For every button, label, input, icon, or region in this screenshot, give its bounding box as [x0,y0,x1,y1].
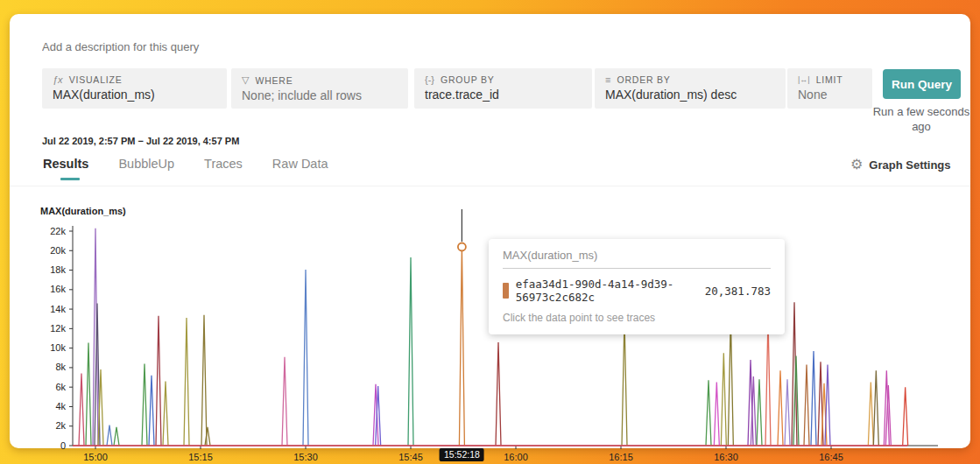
svg-text:18k: 18k [50,264,66,275]
svg-text:2k: 2k [55,420,66,431]
limit-box[interactable]: |↔| LIMIT None [787,68,872,109]
group-by-label: GROUP BY [441,74,495,85]
where-label: WHERE [255,75,293,86]
fx-icon: ƒx [53,74,63,85]
tab-raw-data[interactable]: Raw Data [272,157,328,178]
svg-text:0: 0 [60,440,66,451]
order-by-value: MAX(duration_ms) desc [605,88,775,102]
svg-text:15:00: 15:00 [83,452,108,462]
active-tab-underline [60,178,80,180]
where-value: None; include all rows [242,88,398,102]
results-tabs: Results BubbleUp Traces Raw Data [43,157,328,178]
run-query-button[interactable]: Run Query [883,69,961,99]
svg-text:16:30: 16:30 [714,452,738,462]
svg-text:16k: 16k [50,284,66,294]
tabs-divider [10,186,970,186]
svg-text:15:15: 15:15 [188,452,213,462]
group-by-value: trace.trace_id [425,88,582,102]
tab-bubbleup[interactable]: BubbleUp [118,157,174,178]
graph-settings-label: Graph Settings [869,158,950,172]
filter-funnel-icon: ▽ [242,74,249,86]
svg-text:15:45: 15:45 [398,452,423,462]
svg-text:6k: 6k [55,382,66,392]
visualize-value: MAX(duration_ms) [53,88,216,102]
visualize-label: VISUALIZE [69,74,123,85]
svg-text:10k: 10k [50,342,66,353]
order-by-box[interactable]: ≡ ORDER BY MAX(duration_ms) desc [595,68,786,109]
tooltip-value: 20,381.783 [705,285,771,298]
limit-value: None [798,88,862,102]
svg-text:16:15: 16:15 [609,452,633,462]
datapoint-tooltip: MAX(duration_ms) efaa34d1-990d-4a14-9d39… [489,239,785,334]
time-range-label[interactable]: Jul 22 2019, 2:57 PM − Jul 22 2019, 4:57… [42,136,239,146]
last-run-status: Run a few seconds ago [869,105,974,135]
svg-text:14k: 14k [50,304,66,314]
graph-settings-button[interactable]: ⚙ Graph Settings [850,158,951,172]
tab-results[interactable]: Results [43,157,88,178]
svg-text:8k: 8k [55,362,66,372]
svg-text:22k: 22k [50,226,66,236]
braces-icon: {-} [425,74,434,85]
svg-text:16:45: 16:45 [819,452,843,462]
query-card: ƒx VISUALIZE MAX(duration_ms) ▽ WHERE No… [10,14,970,448]
svg-text:4k: 4k [55,401,66,411]
sort-lines-icon: ≡ [605,74,610,85]
order-by-label: ORDER BY [617,74,670,85]
where-box[interactable]: ▽ WHERE None; include all rows [231,68,408,109]
series-color-swatch [503,283,509,299]
tab-traces[interactable]: Traces [204,157,243,178]
tooltip-series-id: efaa34d1-990d-4a14-9d39-56973c2c682c [516,278,693,304]
group-by-box[interactable]: {-} GROUP BY trace.trace_id [414,68,592,109]
query-description-input[interactable] [42,40,568,53]
gear-icon: ⚙ [850,158,863,172]
limit-arrows-icon: |↔| [798,75,810,84]
tooltip-title: MAX(duration_ms) [503,249,771,269]
svg-text:20k: 20k [50,245,66,256]
svg-text:15:30: 15:30 [293,452,318,462]
limit-label: LIMIT [816,74,843,85]
svg-text:16:00: 16:00 [504,452,528,462]
svg-text:12k: 12k [50,323,66,334]
selected-time-badge: 15:52:18 [440,448,484,461]
visualize-box[interactable]: ƒx VISUALIZE MAX(duration_ms) [42,68,227,109]
tooltip-hint: Click the data point to see traces [503,312,771,324]
